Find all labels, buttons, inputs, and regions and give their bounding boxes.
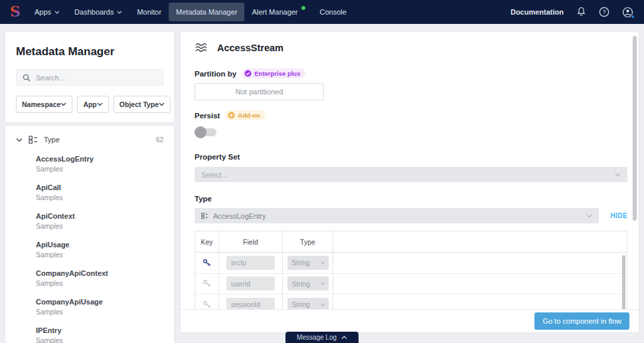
toggle-knob <box>195 126 206 138</box>
key-icon[interactable] <box>202 279 211 288</box>
enterprise-plus-badge: Enterprise plus <box>242 68 305 78</box>
chevron-down-icon <box>60 102 66 106</box>
tree-item[interactable]: AccessLogEntry Samples <box>36 155 174 173</box>
tree-item-name: ApiCall <box>36 183 174 191</box>
partition-value-box[interactable]: Not partitioned <box>195 83 324 100</box>
search-placeholder: Search... <box>36 74 65 82</box>
component-header: AccessStream <box>195 42 627 53</box>
alert-status-dot-icon <box>301 6 305 10</box>
chevron-down-icon <box>159 102 165 106</box>
detail-footer: Go to component in flow <box>181 309 639 332</box>
chevron-down-icon <box>97 102 103 106</box>
tree-item-namespace: Samples <box>36 308 174 316</box>
tree-item[interactable]: IPEntry Samples <box>36 326 174 343</box>
add-on-badge-icon <box>228 112 235 119</box>
property-set-placeholder: Select... <box>201 171 228 179</box>
table-row: sessionId String <box>195 294 627 309</box>
tree-item-namespace: Samples <box>36 251 174 259</box>
tree-item[interactable]: CompanyApiContext Samples <box>36 269 174 287</box>
key-icon[interactable] <box>202 300 211 309</box>
hide-link[interactable]: HIDE <box>611 212 628 219</box>
notifications-bell-icon[interactable] <box>576 7 586 17</box>
message-log-label: Message Log <box>297 334 337 341</box>
nav-item[interactable]: Dashboards <box>67 3 129 21</box>
filter-dropdown[interactable]: Object Type <box>114 96 171 113</box>
nav-item-label: Dashboards <box>74 8 114 16</box>
key-icon[interactable] <box>202 259 211 267</box>
persist-toggle[interactable] <box>195 126 217 138</box>
tree-group-type[interactable]: Type 62 <box>5 126 174 150</box>
message-log-button[interactable]: Message Log <box>285 332 359 343</box>
filter-dropdown[interactable]: Namespace <box>16 96 72 113</box>
field-type-select[interactable]: String <box>287 277 329 290</box>
nav-item[interactable]: Monitor <box>129 3 169 21</box>
nav-item-label: Console <box>320 8 347 16</box>
documentation-link[interactable]: Documentation <box>511 8 564 16</box>
component-title: AccessStream <box>217 43 283 53</box>
chevron-down-icon <box>320 261 325 265</box>
type-label: Type <box>195 195 627 203</box>
type-list-icon <box>29 135 38 144</box>
panel-scrollbar[interactable] <box>633 36 637 221</box>
detail-content: AccessStream Partition by Enterprise plu… <box>181 32 639 309</box>
filter-label: Namespace <box>22 100 60 108</box>
column-header-key: Key <box>195 231 219 252</box>
tree-item-list: AccessLogEntry Samples ApiCall Samples A… <box>5 155 174 343</box>
chevron-down-icon <box>586 214 592 218</box>
tree-item-namespace: Samples <box>36 336 174 343</box>
sidebar-tree-panel: Type 62 AccessLogEntry Samples ApiCall S… <box>5 126 174 343</box>
tree-item[interactable]: ApiCall Samples <box>36 183 174 201</box>
add-on-badge: Add-on <box>225 110 265 120</box>
persist-label: Persist <box>195 112 220 120</box>
chevron-down-icon <box>16 138 23 142</box>
column-header-type: Type <box>283 231 333 252</box>
field-name-input[interactable]: srcIp <box>226 256 275 270</box>
go-to-component-button[interactable]: Go to component in flow <box>534 312 629 330</box>
field-type-select[interactable]: String <box>287 256 329 270</box>
tree-item[interactable]: CompanyApiUsage Samples <box>36 298 174 316</box>
help-icon[interactable]: ? <box>599 7 609 17</box>
stream-icon <box>195 42 208 53</box>
type-list-icon <box>201 212 208 219</box>
tree-item-name: IPEntry <box>36 326 174 334</box>
field-name-input[interactable]: userId <box>226 277 275 290</box>
search-input[interactable]: Search... <box>16 69 163 86</box>
table-row: userId String <box>195 274 627 295</box>
field-type-select[interactable]: String <box>287 298 329 309</box>
chevron-down-icon <box>615 173 621 177</box>
column-header-empty <box>333 231 627 252</box>
striim-logo-icon[interactable]: S <box>9 3 22 21</box>
tree-item-namespace: Samples <box>36 279 174 287</box>
tree-item-namespace: Samples <box>36 222 174 230</box>
filter-dropdown[interactable]: App <box>77 96 108 113</box>
chevron-up-icon <box>341 336 347 340</box>
enterprise-badge-icon <box>244 70 252 77</box>
nav-item[interactable]: Apps <box>27 3 67 21</box>
tree-item[interactable]: ApiUsage Samples <box>36 241 174 259</box>
nav-menu: Apps Dashboards Monitor Metadata Manager <box>27 0 354 24</box>
partition-by-label: Partition by <box>195 70 236 78</box>
tree-item-namespace: Samples <box>36 193 174 201</box>
field-name-input[interactable]: sessionId <box>226 298 275 309</box>
navbar-right: Documentation ? <box>511 7 633 18</box>
nav-item[interactable]: Metadata Manager <box>169 3 244 21</box>
tree-group-label: Type <box>44 136 60 144</box>
column-header-field: Field <box>219 231 283 252</box>
tree-item[interactable]: ApiContext Samples <box>36 212 174 230</box>
nav-item[interactable]: Console <box>313 3 354 21</box>
type-select[interactable]: AccessLogEntry <box>195 208 599 223</box>
tree-item-name: ApiContext <box>36 212 174 220</box>
property-set-select[interactable]: Select... <box>195 167 627 182</box>
tree-item-name: CompanyApiContext <box>36 269 174 277</box>
property-set-label: Property Set <box>195 153 627 161</box>
page-title: Metadata Manager <box>16 45 163 58</box>
nav-item[interactable]: Alert Manager <box>244 3 312 21</box>
user-profile-icon[interactable] <box>622 7 633 18</box>
search-icon <box>23 74 31 82</box>
caret-down-icon <box>54 11 60 14</box>
table-scrollbar[interactable] <box>622 255 625 309</box>
filter-label: App <box>83 100 96 108</box>
top-navbar: S Apps Dashboards Monitor Metadata <box>0 0 644 24</box>
tree-item-name: CompanyApiUsage <box>36 298 174 306</box>
nav-item-label: Alert Manager <box>252 8 297 16</box>
